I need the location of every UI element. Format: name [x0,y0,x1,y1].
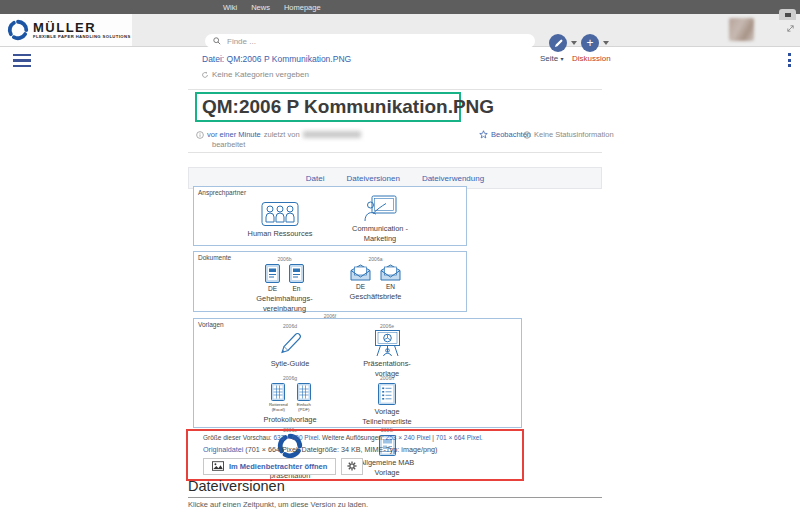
pin-icon [785,13,791,17]
file-info-text: . [481,434,483,441]
company-logo[interactable]: MÜLLER FLEXIBLE PAPER HANDLING SOLUTIONS [0,14,132,46]
expand-arrow-icon[interactable] [786,24,795,33]
diagram-item: 2006dSytle-Guide [242,323,339,375]
diagram-item-caption: Protokollvorlage [264,415,317,425]
topbar-link-wiki[interactable]: Wiki [223,3,237,12]
file-info-text: Größe dieser Vorschau: [203,434,273,441]
list-icon [378,383,396,405]
diagram-section-label: Vorlagen [198,321,224,328]
brand-tagline: FLEXIBLE PAPER HANDLING SOLUTIONS [33,35,131,39]
file-info-text: . Weitere Auflösungen: [318,434,385,441]
diagram-item: Human Ressources [230,200,330,239]
sync-icon [201,71,209,79]
diagram-section: Vorlagen2006dSytle-Guide2006ePräsentatio… [193,318,522,428]
page-menu-dropdown[interactable]: Seite ▾ [540,54,563,63]
menu-toggle-button[interactable] [13,54,31,67]
star-icon [479,130,488,139]
diagram-item-code: 2006a [369,256,383,264]
diagram-item-caption: Sytle-Guide [271,359,310,369]
diagram-section-label: Dokumente [198,254,231,261]
search-icon [213,37,221,45]
file-size-link[interactable]: 253 × 240 Pixel [386,434,431,441]
file-info-text: (701 × 664 Pixel, Dateigröße: 34 KB, MIM… [243,445,437,454]
tab-datei[interactable]: Datei [306,174,325,183]
title-highlight-annotation-box: QM:2006 P Kommunikation.PNG [195,92,461,122]
divider [188,89,602,90]
divider [188,152,602,153]
diagram-item-code: 2006h [380,375,394,383]
file-size-link[interactable]: Originaldatei [203,445,243,454]
mueller-swirl-logo-icon [7,19,29,41]
pencil-icon [554,39,563,48]
edited-tail-text: bearbeitet [212,140,245,149]
versions-hint: Klicke auf einen Zeitpunkt, um diese Ver… [188,500,368,509]
pencil-icon [277,331,303,357]
diagram-section: AnsprechpartnerHuman RessourcesCommunica… [193,186,467,246]
icon-sublabel: Einfach (PDF) [297,402,311,413]
categories-status[interactable]: Keine Kategorien vergeben [201,70,309,79]
diagram-section-label: Ansprechpartner [198,189,246,196]
diagram-item: 2006aDEENGeschäftsbriefe [330,256,421,313]
window-corner-tab[interactable] [779,9,796,20]
presenter-icon [363,195,397,222]
more-options-kebab-menu[interactable] [788,53,791,67]
doc-icon [289,264,304,283]
fileinfo-highlight-annotation-box: Größe dieser Vorschau: 633 × 600 Pixel. … [186,429,524,481]
doc-icon [265,264,280,283]
edit-button[interactable] [549,34,567,52]
breadcrumb[interactable]: Datei: QM:2006 P Kommunikation.PNG [202,54,351,64]
language-badge: En [293,285,301,292]
topbar-links: WikiNewsHomepage [0,0,800,14]
add-dropdown-caret[interactable] [603,41,609,45]
diagram-item-code: 2006g [283,375,297,383]
discussion-tab[interactable]: Diskussion [572,54,611,63]
open-media-viewer-button[interactable]: Im Medienbetrachter öffnen [203,458,336,475]
edit-dropdown-caret[interactable] [571,41,577,45]
search-input[interactable] [227,37,527,46]
settings-gear-button[interactable] [341,458,363,475]
search-box[interactable] [205,34,535,48]
info-icon [196,131,204,139]
edited-mid-text: zuletzt von [264,130,300,139]
plus-icon: + [586,37,593,49]
diagram-item: 2006gRotierend (Excel)Einfach (PDF)Proto… [242,375,339,427]
redacted-username [303,131,361,138]
diagram-item-caption: Vorlage Teilnehmerliste [362,407,411,426]
image-icon [212,461,224,471]
diagram-item-caption: Geschäftsbriefe [350,292,402,302]
tab-dateiversionen[interactable]: Dateiversionen [347,174,400,183]
status-indicator: Keine Statusinformation [523,130,614,139]
language-badge: DE [356,283,365,290]
file-size-link[interactable]: 701 × 664 Pixel [436,434,481,441]
categories-label: Keine Kategorien vergeben [212,70,309,79]
diagram-item: Communication - Marketing [330,195,430,243]
brand-name: MÜLLER [33,21,131,34]
language-badge: DE [268,285,277,292]
diagram-item-code: 2006d [283,323,297,331]
versions-heading: Dateiversionen [188,478,602,498]
sheet-icon [271,383,285,401]
tab-dateiverwendung[interactable]: Dateiverwendung [422,174,484,183]
status-circle-icon [523,131,531,139]
diagram-item: 2006ePräsentations- vorlage [339,323,436,375]
diagram-section: Dokumente2006bDEEnGeheimhaltungs- verein… [193,251,467,312]
diagram-item-caption: Communication - Marketing [352,224,408,243]
topbar-link-news[interactable]: News [251,3,270,12]
envelope-icon [380,264,401,281]
diagram-item: 2006bDEEnGeheimhaltungs- vereinbarung [239,256,330,313]
edited-time-link[interactable]: vor einer Minute [207,130,261,139]
site-header: MÜLLER FLEXIBLE PAPER HANDLING SOLUTIONS… [0,14,800,47]
diagram-item: 2006hVorlage Teilnehmerliste [339,375,436,427]
diagram-item-caption: Human Ressources [248,229,313,239]
preview-size-line: Größe dieser Vorschau: 633 × 600 Pixel. … [203,434,522,443]
diagram-item-caption: Geheimhaltungs- vereinbarung [256,294,312,313]
sheet-icon [297,383,311,401]
last-edited-info: vor einer Minute zuletzt von [196,130,361,139]
file-size-link[interactable]: 633 × 600 Pixel [273,434,318,441]
language-badge: EN [386,283,395,290]
add-new-button[interactable]: + [581,34,599,52]
topbar-link-homepage[interactable]: Homepage [284,3,321,12]
user-avatar[interactable] [729,18,754,41]
page-title: QM:2006 P Kommunikation.PNG [197,96,494,118]
diagram-item-code: 2006b [278,256,292,264]
